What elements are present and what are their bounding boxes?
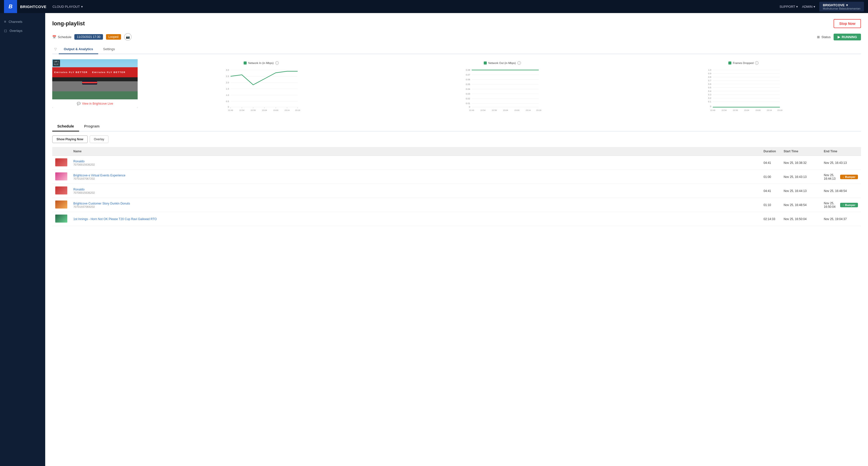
table-body: Ronaldo 70700015636202 04:41 Nov 25, 16:… <box>52 156 861 226</box>
svg-text:0.5: 0.5 <box>226 100 229 103</box>
svg-text:1.0: 1.0 <box>226 94 229 96</box>
svg-text:2.0: 2.0 <box>226 81 229 84</box>
looped-badge: Looped <box>106 34 121 40</box>
sidebar-item-channels[interactable]: ≡ Channels <box>0 17 45 26</box>
tab-output-analytics[interactable]: Output & Analytics <box>59 45 98 54</box>
video-frame: Emirates FLY BETTER Emirates FLY BETTER … <box>52 59 137 99</box>
page-title: long-playlist <box>52 20 85 27</box>
collapse-icon[interactable]: ▽ <box>52 45 59 54</box>
cell-end-time: Nov 25, 16:48:54 <box>821 184 861 198</box>
col-header-duration: Duration <box>761 147 781 156</box>
cell-name: Brightcove Customer Story Dunkin Donuts … <box>70 198 761 212</box>
item-name-link[interactable]: 1st Innings - Horn Not OK Please T20 Cup… <box>73 217 757 221</box>
cell-duration: 01:10 <box>761 198 781 212</box>
sub-tab-program[interactable]: Program <box>79 122 105 132</box>
item-name-link[interactable]: Ronaldo <box>73 160 757 163</box>
svg-text:0.08: 0.08 <box>466 69 470 71</box>
item-name-link[interactable]: Brightcove Customer Story Dunkin Donuts <box>73 202 757 205</box>
svg-text:23:09: 23:09 <box>755 109 761 111</box>
svg-text:23:04: 23:04 <box>503 109 508 111</box>
sidebar-item-overlays[interactable]: ◻ Overlays <box>0 26 45 35</box>
svg-text:22:59: 22:59 <box>733 109 738 111</box>
legend-dot <box>484 62 487 65</box>
item-name-link[interactable]: Ronaldo <box>73 188 757 191</box>
svg-text:0: 0 <box>228 106 229 108</box>
cell-thumb <box>52 212 70 226</box>
camera-icon: 📷 <box>126 35 130 39</box>
col-header-name: Name <box>70 147 761 156</box>
chart-title-network-in: Network In (in Mbps) i <box>144 61 379 65</box>
svg-text:0.03: 0.03 <box>466 93 470 95</box>
overlay-button[interactable]: Overlay <box>90 135 108 143</box>
svg-text:22:54: 22:54 <box>239 109 245 111</box>
svg-text:0.05: 0.05 <box>466 83 470 86</box>
view-in-brightcove-link[interactable]: 💬 View in Brightcove Live <box>52 99 137 108</box>
svg-text:0.01: 0.01 <box>466 102 470 105</box>
table-row: Ronaldo 70700015636202 04:41 Nov 25, 16:… <box>52 184 861 198</box>
svg-text:0.6: 0.6 <box>708 83 711 85</box>
logo-box: B <box>4 0 17 13</box>
action-buttons-row: Show Playing Now Overlay <box>52 135 861 143</box>
show-playing-now-button[interactable]: Show Playing Now <box>52 135 88 143</box>
brand-name: BRIGHTCOVE <box>20 4 46 9</box>
network-in-chart-area: 3.0 2.5 2.0 1.5 1.0 0.5 0 <box>144 66 379 111</box>
network-in-chart: Network In (in Mbps) i 3.0 2.5 2.0 1.5 1… <box>144 59 379 113</box>
svg-text:22:49: 22:49 <box>469 109 474 111</box>
cell-thumb <box>52 170 70 184</box>
video-thumbnail <box>55 172 67 180</box>
schedule-label: 📅 Schedule <box>52 35 71 39</box>
svg-text:23:14: 23:14 <box>767 109 772 111</box>
svg-text:23:19: 23:19 <box>777 109 783 111</box>
svg-text:22:49: 22:49 <box>228 109 233 111</box>
svg-text:0.7: 0.7 <box>708 79 711 82</box>
cell-thumb <box>52 184 70 198</box>
sub-tab-schedule[interactable]: Schedule <box>52 122 79 132</box>
analytics-row: Emirates FLY BETTER Emirates FLY BETTER … <box>52 59 861 113</box>
admin-menu[interactable]: ADMIN ▾ <box>802 5 815 8</box>
svg-text:1.5: 1.5 <box>226 88 229 90</box>
cell-start-time: Nov 25, 16:38:32 <box>781 156 821 170</box>
info-icon: i <box>517 61 521 65</box>
camera-button[interactable]: 📷 <box>124 33 132 41</box>
page-header: long-playlist Stop Now <box>52 19 861 28</box>
sidebar: ≡ Channels ◻ Overlays <box>0 13 45 466</box>
play-icon: ▶ <box>838 35 840 39</box>
svg-text:0: 0 <box>710 105 711 108</box>
cell-name: Ronaldo 70700015636202 <box>70 184 761 198</box>
svg-text:0: 0 <box>469 106 470 108</box>
sub-tabs-bar: Schedule Program <box>52 122 861 132</box>
col-header-thumb <box>52 147 70 156</box>
table-header: Name Duration Start Time End Time <box>52 147 861 156</box>
chevron-down-icon: ▾ <box>813 5 815 8</box>
svg-text:23:14: 23:14 <box>526 109 531 111</box>
cell-duration: 04:41 <box>761 156 781 170</box>
cloud-playout-menu[interactable]: CLOUD PLAYOUT ▾ <box>53 5 83 8</box>
svg-text:0.5: 0.5 <box>708 86 711 89</box>
cell-duration: 04:41 <box>761 184 781 198</box>
user-section[interactable]: BRIGHTCOVE ▾ Muthukumar Balasubramanian <box>819 2 864 11</box>
layers-icon: ⊞ <box>817 35 820 39</box>
video-thumbnail <box>55 158 67 166</box>
col-header-end: End Time <box>821 147 861 156</box>
svg-text:23:04: 23:04 <box>262 109 267 111</box>
table-row: Brightcove-s Virtual Events Experience 7… <box>52 170 861 184</box>
tab-settings[interactable]: Settings <box>98 45 120 54</box>
svg-text:0.06: 0.06 <box>466 78 470 81</box>
table-row: Ronaldo 70700015636202 04:41 Nov 25, 16:… <box>52 156 861 170</box>
support-menu[interactable]: SUPPORT ▾ <box>780 5 798 8</box>
item-id: 70701937067202 <box>73 177 757 180</box>
col-header-start: Start Time <box>781 147 821 156</box>
legend-dot <box>244 62 247 65</box>
video-thumbnail <box>55 200 67 208</box>
cell-thumb <box>52 156 70 170</box>
stop-now-button[interactable]: Stop Now <box>834 19 861 28</box>
svg-text:22:59: 22:59 <box>251 109 256 111</box>
main-tabs-bar: ▽ Output & Analytics Settings <box>52 45 861 54</box>
svg-text:0.8: 0.8 <box>708 76 711 78</box>
cell-duration: 01:00 <box>761 170 781 184</box>
svg-text:22:49: 22:49 <box>710 109 716 111</box>
cell-start-time: Nov 25, 16:50:04 <box>781 212 821 226</box>
item-name-link[interactable]: Brightcove-s Virtual Events Experience <box>73 174 757 177</box>
video-preview-area: Emirates FLY BETTER Emirates FLY BETTER … <box>52 59 137 108</box>
cell-end-time: Nov 25, 19:04:37 <box>821 212 861 226</box>
